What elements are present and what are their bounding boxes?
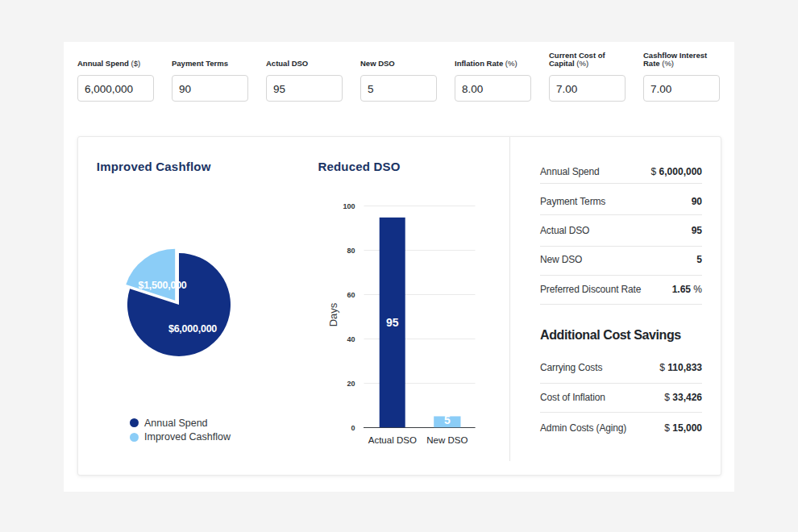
svg-text:100: 100 xyxy=(343,202,355,210)
svg-text:Days: Days xyxy=(327,302,339,326)
svg-text:5: 5 xyxy=(444,414,451,426)
svg-text:60: 60 xyxy=(347,291,355,299)
svg-text:20: 20 xyxy=(347,380,355,388)
svg-text:95: 95 xyxy=(386,316,399,329)
svg-text:Actual DSO: Actual DSO xyxy=(368,435,417,445)
svg-text:0: 0 xyxy=(351,424,355,432)
svg-text:80: 80 xyxy=(347,247,355,255)
svg-text:40: 40 xyxy=(347,335,355,343)
svg-text:New DSO: New DSO xyxy=(426,435,468,445)
